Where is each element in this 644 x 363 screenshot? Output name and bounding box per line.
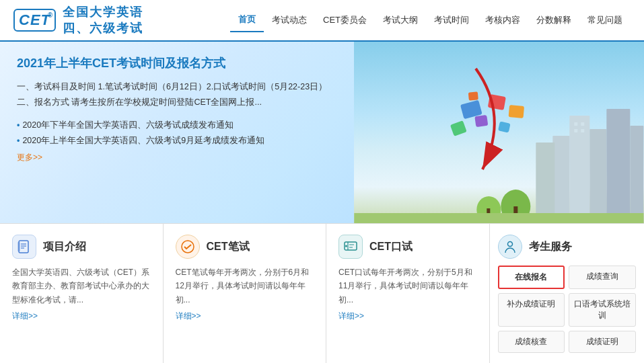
nav-item-schedule[interactable]: 考试时间 (426, 9, 477, 32)
card-intro-link[interactable]: 详细>> (12, 311, 38, 322)
svg-rect-8 (575, 129, 578, 132)
card-written-link[interactable]: 详细>> (176, 311, 201, 322)
card-intro: 项目介绍 全国大学英语四、六级考试（CET）系教育部主办、教育部考试中心承办的大… (0, 224, 164, 363)
card-intro-header: 项目介绍 (12, 235, 151, 259)
svg-rect-3 (631, 126, 644, 223)
service-btn-scores[interactable]: 成绩查询 (569, 266, 636, 289)
hero-bullets: 2020年下半年全国大学英语四、六级考试成绩发布通知 2020年上半年全国大学英… (17, 118, 337, 148)
card-intro-title: 项目介绍 (43, 240, 86, 254)
service-btn-register[interactable]: 在线报名 (498, 266, 565, 289)
svg-point-34 (507, 242, 512, 247)
svg-point-31 (345, 245, 347, 247)
svg-rect-14 (355, 213, 644, 223)
card-oral-title: CET口试 (369, 240, 413, 254)
main-nav: 首页 考试动态 CET委员会 考试大纲 考试时间 考核内容 分数解释 常见问题 (162, 8, 631, 32)
hero-left: 2021年上半年CET考试时间及报名方式 一、考试科目及时间 1.笔试考试时间（… (0, 42, 354, 223)
svg-rect-2 (607, 109, 631, 223)
card-oral-header: CET口试 (338, 235, 477, 259)
nav-item-faq[interactable]: 常见问题 (579, 9, 631, 32)
svg-rect-9 (581, 129, 585, 132)
hero-more-link[interactable]: 更多>> (17, 152, 42, 163)
cards-section: 项目介绍 全国大学英语四、六级考试（CET）系教育部主办、教育部考试中心承办的大… (0, 223, 644, 363)
nav-item-content[interactable]: 考核内容 (477, 9, 528, 32)
logo-area: CET 全国大学英语四、六级考试 (13, 4, 162, 36)
nav-item-syllabus[interactable]: 考试大纲 (375, 9, 426, 32)
card-service: 考生服务 在线报名 成绩查询 补办成绩证明 口语考试系统培训 成绩核查 成绩证明 (490, 224, 645, 363)
card-service-title: 考生服务 (529, 240, 572, 254)
card-service-header: 考生服务 (498, 235, 637, 259)
svg-rect-4 (553, 136, 570, 223)
nav-item-home[interactable]: 首页 (230, 8, 264, 32)
hero-title: 2021年上半年CET考试时间及报名方式 (17, 55, 337, 71)
card-written: CET笔试 CET笔试每年开考两次，分别于6月和12月举行，具体考试时间请以每年… (164, 224, 327, 363)
hero-section: 2021年上半年CET考试时间及报名方式 一、考试科目及时间 1.笔试考试时间（… (0, 42, 644, 223)
card-oral-icon (338, 235, 363, 259)
service-grid: 在线报名 成绩查询 补办成绩证明 口语考试系统培训 成绩核查 成绩证明 (498, 266, 637, 353)
card-written-text: CET笔试每年开考两次，分别于6月和12月举行，具体考试时间请以每年年初... (176, 266, 314, 307)
hero-bullet-2: 2020年上半年全国大学英语四、六级考试9月延考成绩发布通知 (17, 133, 337, 149)
card-oral: CET口试 CET口试每年开考两次，分别于5月和11月举行，具体考试时间请以每年… (326, 224, 490, 363)
nav-item-scores[interactable]: 分数解释 (528, 9, 579, 32)
card-oral-link[interactable]: 详细>> (338, 311, 364, 322)
header: CET 全国大学英语四、六级考试 首页 考试动态 CET委员会 考试大纲 考试时… (0, 0, 644, 42)
card-written-title: CET笔试 (207, 240, 250, 254)
svg-rect-7 (581, 122, 585, 126)
service-btn-certificate[interactable]: 补办成绩证明 (498, 293, 565, 327)
card-intro-text: 全国大学英语四、六级考试（CET）系教育部主办、教育部考试中心承办的大型标准化考… (12, 266, 151, 307)
site-title: 全国大学英语四、六级考试 (63, 4, 162, 36)
hero-content: 一、考试科目及时间 1.笔试考试时间（6月12日）2.口试考试时间（5月22-2… (17, 79, 337, 110)
nav-item-committee[interactable]: CET委员会 (315, 9, 375, 32)
svg-rect-23 (19, 241, 28, 253)
card-written-icon (176, 235, 200, 259)
card-service-icon (498, 235, 522, 259)
svg-rect-0 (570, 116, 590, 223)
red-arrow (422, 62, 530, 183)
nav-item-news[interactable]: 考试动态 (264, 9, 315, 32)
svg-rect-5 (536, 143, 555, 223)
card-intro-icon (12, 235, 36, 259)
service-btn-oral-training[interactable]: 口语考试系统培训 (569, 293, 636, 327)
service-btn-verify[interactable]: 成绩核查 (498, 331, 565, 353)
card-written-header: CET笔试 (176, 235, 314, 259)
hero-bullet-1: 2020年下半年全国大学英语四、六级考试成绩发布通知 (17, 118, 337, 133)
logo-box: CET (13, 9, 56, 32)
svg-rect-1 (590, 129, 607, 223)
hero-right (354, 42, 644, 223)
card-oral-text: CET口试每年开考两次，分别于5月和11月举行，具体考试时间请以每年年初... (338, 266, 477, 307)
service-btn-proof[interactable]: 成绩证明 (569, 331, 636, 353)
svg-rect-6 (575, 122, 578, 126)
svg-rect-27 (17, 242, 20, 251)
